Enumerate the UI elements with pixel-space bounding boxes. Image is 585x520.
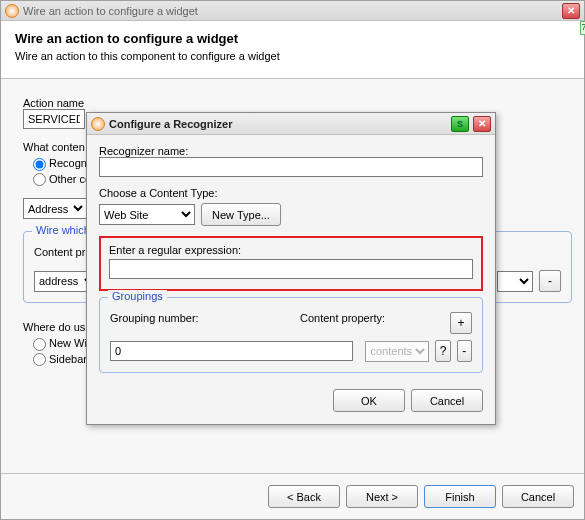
wizard-footer: < Back Next > Finish Cancel: [1, 473, 584, 519]
new-type-button[interactable]: New Type...: [201, 203, 281, 226]
configure-recognizer-dialog: Configure a Recognizer S ✕ Recognizer na…: [86, 112, 496, 425]
grouping-number-label: Grouping number:: [110, 312, 300, 334]
recognizer-name-input[interactable]: [99, 157, 483, 177]
dialog-footer: OK Cancel: [87, 379, 495, 424]
radio-sidebar[interactable]: [33, 353, 46, 366]
regex-label: Enter a regular expression:: [109, 244, 473, 256]
remove-grouping-button[interactable]: -: [457, 340, 472, 362]
wizard-header: Wire an action to configure a widget Wir…: [1, 21, 584, 79]
groupings-legend: Groupings: [108, 290, 167, 302]
remove-button[interactable]: -: [539, 270, 561, 292]
wizard-title: Wire an action to configure a widget: [23, 5, 562, 17]
content-question-label: What conten: [23, 141, 85, 153]
radio-recognized-label: Recogni: [49, 157, 89, 169]
close-icon[interactable]: ✕: [562, 3, 580, 19]
back-button[interactable]: < Back: [268, 485, 340, 508]
content-property-label: Content property:: [300, 312, 450, 334]
radio-new-window-label: New Wi: [49, 337, 87, 349]
grouping-number-input[interactable]: [110, 341, 353, 361]
groupings-fieldset: Groupings Grouping number: Content prope…: [99, 297, 483, 373]
dialog-close-icon[interactable]: ✕: [473, 116, 491, 132]
app-icon: [5, 4, 19, 18]
radio-sidebar-label: Sidebar: [49, 353, 87, 365]
dialog-titlebar: Configure a Recognizer S ✕: [87, 113, 495, 135]
ok-button[interactable]: OK: [333, 389, 405, 412]
action-name-label: Action name: [23, 97, 84, 109]
wire-legend: Wire which: [32, 224, 94, 236]
dialog-title: Configure a Recognizer: [109, 118, 451, 130]
content-property-select: contents: [365, 341, 429, 362]
radio-other[interactable]: [33, 173, 46, 186]
add-grouping-button[interactable]: +: [450, 312, 472, 334]
choose-type-label: Choose a Content Type:: [99, 187, 483, 199]
dialog-body: Recognizer name: Choose a Content Type: …: [87, 135, 495, 379]
help-grouping-button[interactable]: ?: [435, 340, 450, 362]
cancel-button[interactable]: Cancel: [502, 485, 574, 508]
recognizer-name-label: Recognizer name:: [99, 145, 483, 157]
radio-other-label: Other co: [49, 173, 91, 185]
extra-select[interactable]: [497, 271, 533, 292]
regex-input[interactable]: [109, 259, 473, 279]
next-button[interactable]: Next >: [346, 485, 418, 508]
edge-marker: 7: [580, 21, 585, 35]
dialog-cancel-button[interactable]: Cancel: [411, 389, 483, 412]
help-icon[interactable]: S: [451, 116, 469, 132]
finish-button[interactable]: Finish: [424, 485, 496, 508]
where-label: Where do us: [23, 321, 85, 333]
wizard-titlebar: Wire an action to configure a widget ✕: [1, 1, 584, 21]
radio-new-window[interactable]: [33, 338, 46, 351]
content-type-select[interactable]: Web Site: [99, 204, 195, 225]
page-title: Wire an action to configure a widget: [15, 31, 570, 46]
radio-recognized[interactable]: [33, 158, 46, 171]
dialog-app-icon: [91, 117, 105, 131]
regex-section: Enter a regular expression:: [99, 236, 483, 291]
address-select-1[interactable]: Address: [23, 198, 87, 219]
action-name-input[interactable]: [23, 109, 85, 129]
page-subtitle: Wire an action to this component to conf…: [15, 50, 570, 62]
